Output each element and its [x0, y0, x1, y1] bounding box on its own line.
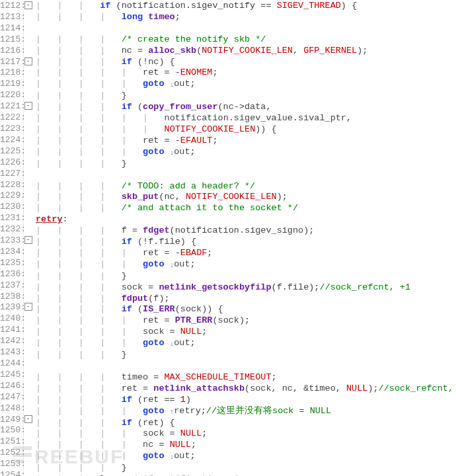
fold-gutter[interactable]: - - - - - -	[24, 0, 33, 476]
code-editor: 1212: 1213: 1214: 1215: 1216: 1217: 1218…	[0, 0, 456, 476]
line-number-gutter: 1212: 1213: 1214: 1215: 1216: 1217: 1218…	[0, 0, 24, 476]
code-area[interactable]: | | | if (notification.sigev_notify == S…	[33, 0, 456, 476]
